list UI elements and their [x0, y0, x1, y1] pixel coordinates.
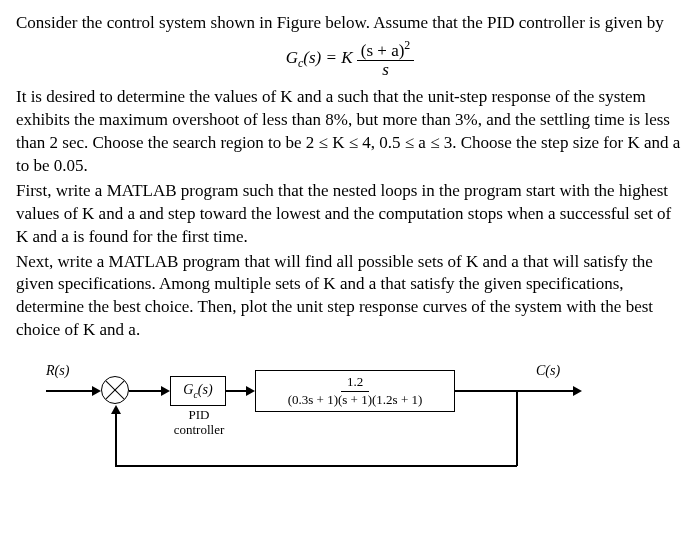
arrow-to-plant: [246, 386, 255, 396]
pid-caption: PIDcontroller: [168, 408, 230, 437]
line-in: [46, 390, 94, 392]
plant-block: 1.2 (0.3s + 1)(s + 1)(1.2s + 1): [255, 370, 455, 412]
line-fb-across: [115, 465, 517, 467]
plant-numerator: 1.2: [341, 375, 369, 391]
plant-denominator: (0.3s + 1)(s + 1)(1.2s + 1): [282, 392, 429, 407]
arrow-to-sum: [92, 386, 101, 396]
input-label: R(s): [46, 362, 69, 381]
arrow-out: [573, 386, 582, 396]
problem-intro: Consider the control system shown in Fig…: [16, 12, 684, 35]
line-sum-gc: [129, 390, 163, 392]
line-fb-up: [115, 413, 117, 466]
line-out: [455, 390, 575, 392]
summing-junction-icon: [101, 376, 129, 404]
spec-paragraph: It is desired to determine the values of…: [16, 86, 684, 178]
line-gc-plant: [226, 390, 248, 392]
arrow-to-gc: [161, 386, 170, 396]
output-label: C(s): [536, 362, 560, 381]
task2-paragraph: Next, write a MATLAB program that will f…: [16, 251, 684, 343]
line-fb-down: [516, 390, 518, 466]
pid-block: Gc(s): [170, 376, 226, 406]
arrow-fb-to-sum: [111, 405, 121, 414]
task1-paragraph: First, write a MATLAB program such that …: [16, 180, 684, 249]
controller-equation: Gc(s) = K (s + a)2 s: [16, 39, 684, 80]
block-diagram: R(s) Gc(s) 1.2 (0.3s + 1)(s + 1)(1.2s + …: [46, 356, 606, 486]
